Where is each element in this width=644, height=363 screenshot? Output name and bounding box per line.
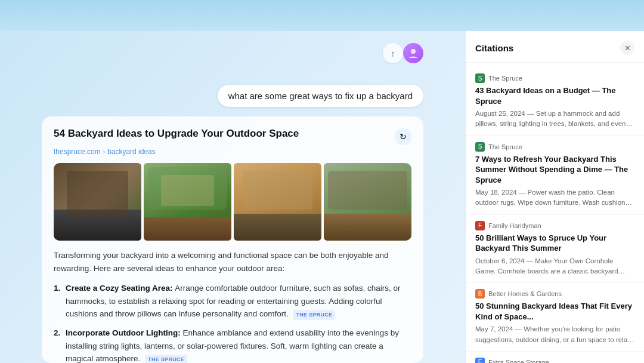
avatar: [403, 43, 423, 63]
citation-snippet: May 7, 2024 — Whether you're looking for…: [475, 324, 634, 345]
citation-item[interactable]: F Family Handyman 50 Brilliant Ways to S…: [466, 215, 644, 284]
share-button[interactable]: ↑: [383, 43, 403, 63]
backyard-image-2: [144, 163, 231, 241]
citation-snippet: October 6, 2024 — Make Your Own Cornhole…: [475, 256, 634, 277]
source-link[interactable]: thespruce.com › backyard ideas: [54, 147, 411, 156]
query-row: what are some great ways to fix up a bac…: [42, 85, 423, 107]
citation-favicon: S: [475, 73, 485, 83]
source-domain: thespruce.com: [54, 147, 101, 156]
answer-header: 54 Backyard Ideas to Upgrade Your Outdoo…: [54, 127, 411, 145]
citation-source-row: E Extra Space Storage: [475, 358, 634, 363]
chat-area: ↑ what are some great ways to fix up a b…: [0, 31, 465, 363]
citation-item[interactable]: S The Spruce 43 Backyard Ideas on a Budg…: [466, 67, 644, 136]
citation-title: 43 Backyard Ideas on a Budget — The Spru…: [475, 85, 634, 106]
source-path: backyard ideas: [107, 147, 156, 156]
item-heading: Incorporate Outdoor Lighting:: [66, 328, 182, 337]
citation-source-row: B Better Homes & Gardens: [475, 289, 634, 299]
citation-item[interactable]: E Extra Space Storage Your DIY Guide to …: [466, 352, 644, 363]
backyard-image-1: [54, 163, 141, 241]
citation-snippet: May 18, 2024 — Power wash the patio. Cle…: [475, 187, 634, 208]
citation-source-name: Extra Space Storage: [488, 359, 549, 363]
answer-title: 54 Backyard Ideas to Upgrade Your Outdoo…: [54, 127, 388, 140]
answer-list: 1. Create a Cozy Seating Area: Arrange c…: [54, 282, 411, 363]
citation-favicon: S: [475, 142, 485, 152]
answer-intro: Transforming your backyard into a welcom…: [54, 249, 411, 275]
source-tag: THE SPRUCE: [293, 310, 335, 319]
citation-title: 7 Ways to Refresh Your Backyard This Sum…: [475, 154, 634, 186]
citation-source-row: S The Spruce: [475, 73, 634, 83]
citation-source-name: Family Handyman: [488, 222, 541, 229]
citation-item[interactable]: S The Spruce 7 Ways to Refresh Your Back…: [466, 136, 644, 215]
citations-list: S The Spruce 43 Backyard Ideas on a Budg…: [466, 63, 644, 363]
citation-source-name: The Spruce: [488, 75, 522, 82]
list-num: 2.: [54, 327, 60, 340]
close-citations-button[interactable]: ✕: [620, 41, 634, 55]
list-num: 1.: [54, 282, 60, 295]
query-bubble-wrap: ↑: [42, 43, 423, 63]
citation-favicon: B: [475, 289, 485, 299]
refresh-button[interactable]: ↻: [395, 128, 411, 145]
citation-source-name: Better Homes & Gardens: [488, 290, 562, 297]
answer-card: 54 Backyard Ideas to Upgrade Your Outdoo…: [42, 116, 423, 363]
item-heading: Create a Cozy Seating Area:: [66, 284, 175, 293]
query-text: what are some great ways to fix up a bac…: [218, 85, 423, 107]
backyard-image-3: [234, 163, 321, 241]
close-icon: ✕: [624, 44, 631, 53]
citation-favicon: F: [475, 221, 485, 230]
svg-point-0: [411, 49, 416, 54]
source-tag: THE SPRUCE: [145, 355, 187, 363]
citation-source-name: The Spruce: [488, 143, 522, 150]
top-bar: [0, 0, 644, 31]
citation-source-row: F Family Handyman: [475, 221, 634, 230]
citation-title: 50 Stunning Backyard Ideas That Fit Ever…: [475, 301, 634, 322]
citations-panel: Citations ✕ S The Spruce 43 Backyard Ide…: [465, 31, 644, 363]
citation-source-row: S The Spruce: [475, 142, 634, 152]
refresh-icon: ↻: [400, 132, 407, 141]
citation-favicon: E: [475, 358, 485, 363]
citation-item[interactable]: B Better Homes & Gardens 50 Stunning Bac…: [466, 283, 644, 352]
citation-title: 50 Brilliant Ways to Spruce Up Your Back…: [475, 233, 634, 254]
share-icon: ↑: [391, 48, 395, 59]
citations-header: Citations ✕: [466, 31, 644, 63]
chevron-icon: ›: [103, 149, 105, 155]
citation-snippet: August 25, 2024 — Set up a hammock and a…: [475, 109, 634, 130]
main-container: ↑ what are some great ways to fix up a b…: [0, 31, 644, 363]
list-item: 2. Incorporate Outdoor Lighting: Enhance…: [54, 327, 411, 363]
image-strip: [54, 163, 411, 241]
backyard-image-4: [324, 163, 411, 241]
list-item: 1. Create a Cozy Seating Area: Arrange c…: [54, 282, 411, 321]
citations-title: Citations: [475, 43, 513, 53]
